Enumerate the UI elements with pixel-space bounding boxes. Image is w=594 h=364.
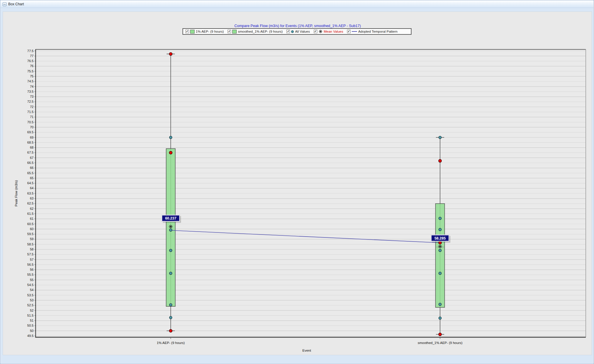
window-title: Box Chart (8, 2, 24, 6)
x-category-label: 1% AEP- (9 hours) (157, 341, 185, 345)
data-point-teal (170, 249, 172, 252)
y-tick-label: 53 (30, 298, 34, 302)
y-tick-label: 56 (30, 268, 34, 271)
y-tick-label: 69.5 (27, 130, 34, 134)
y-tick-label: 75 (30, 74, 34, 78)
x-category-label: smoothed_1% AEP- (9 hours) (418, 341, 462, 345)
y-tick-label: 51 (30, 319, 34, 322)
y-tick-label: 70 (30, 125, 34, 129)
y-tick-label: 49.5 (27, 334, 34, 338)
y-tick-label: 71 (30, 115, 34, 119)
y-tick-label: 51.5 (27, 314, 34, 317)
y-tick-label: 54.5 (27, 283, 34, 287)
data-point-teal (170, 272, 172, 275)
data-point-teal (170, 229, 172, 231)
y-tick-label: 76 (30, 64, 34, 68)
y-tick-label: 56.5 (27, 263, 34, 266)
data-point-teal (170, 316, 172, 319)
y-tick-label: 60.5 (27, 222, 34, 226)
y-tick-label: 64 (30, 186, 34, 190)
y-tick-label: 75.5 (27, 69, 34, 73)
y-tick-label: 57 (30, 258, 34, 261)
y-tick-label: 69 (30, 136, 34, 139)
y-tick-label: 53.5 (27, 293, 34, 297)
y-axis-title: Peak Flow (m3/s) (14, 180, 18, 207)
data-point-teal (439, 303, 442, 306)
y-tick-label: 55 (30, 278, 34, 282)
data-point-teal (170, 304, 172, 306)
data-point-red (169, 52, 172, 55)
y-tick-label: 62.5 (27, 202, 34, 205)
data-point-teal (439, 136, 442, 139)
y-tick-label: 73 (30, 95, 34, 98)
y-tick-label: 50.5 (27, 324, 34, 327)
chart-panel: Compare Peak Flow (m3/s) for Events (1% … (3, 11, 592, 355)
y-tick-label: 63.5 (27, 192, 34, 195)
y-tick-label: 50 (30, 329, 34, 333)
data-point-red (439, 333, 442, 336)
y-tick-label: 70.5 (27, 120, 34, 124)
y-tick-label: 72 (30, 105, 34, 109)
y-tick-label: 67.5 (27, 151, 34, 154)
title-bar: Box Chart (1, 1, 593, 8)
box-chart-window: Box Chart Compare Peak Flow (m3/s) for E… (0, 0, 594, 364)
y-tick-label: 72.5 (27, 100, 34, 103)
y-tick-label: 62 (30, 207, 34, 210)
y-tick-label: 65 (30, 176, 34, 180)
y-tick-label: 59 (30, 237, 34, 241)
y-tick-label: 68.5 (27, 141, 34, 144)
y-tick-label: 73.5 (27, 90, 34, 93)
y-tick-label: 61 (30, 217, 34, 220)
y-tick-label: 52 (30, 309, 34, 312)
y-tick-label: 58.5 (27, 242, 34, 246)
y-tick-label: 71.5 (27, 110, 34, 114)
data-point-red (439, 159, 442, 162)
y-tick-label: 68 (30, 146, 34, 149)
mean-value-label-text: 60.237 (165, 216, 176, 220)
y-tick-label: 54 (30, 288, 34, 292)
y-tick-label: 66.5 (27, 161, 34, 164)
y-tick-label: 77.5 (27, 49, 34, 53)
y-tick-label: 63 (30, 197, 34, 200)
y-tick-label: 67 (30, 156, 34, 159)
y-tick-label: 65.5 (27, 171, 34, 175)
y-tick-label: 60 (30, 227, 34, 231)
mean-value-label-text: 58.285 (434, 236, 446, 240)
collapse-icon[interactable] (3, 2, 6, 6)
data-point-teal (439, 317, 442, 319)
y-tick-label: 77 (30, 54, 34, 58)
data-point-teal (439, 228, 442, 231)
y-tick-label: 57.5 (27, 252, 34, 256)
y-tick-label: 74.5 (27, 79, 34, 83)
data-point-red (169, 151, 172, 154)
box-plot: 49.55050.55151.55252.55353.55454.55555.5… (3, 12, 592, 355)
data-point-teal (439, 249, 442, 252)
y-tick-label: 52.5 (27, 303, 34, 307)
y-tick-label: 76.5 (27, 59, 34, 63)
y-tick-label: 61.5 (27, 212, 34, 215)
y-tick-label: 64.5 (27, 181, 34, 185)
y-tick-label: 55.5 (27, 273, 34, 276)
data-point-teal (439, 272, 442, 275)
data-point-teal (170, 136, 172, 139)
data-point-teal (439, 217, 442, 220)
y-tick-label: 59.5 (27, 232, 34, 236)
x-axis-title: Event (302, 349, 311, 352)
y-tick-label: 66 (30, 166, 34, 169)
y-tick-label: 74 (30, 85, 34, 88)
data-point-red (169, 329, 172, 332)
y-tick-label: 58 (30, 247, 34, 251)
